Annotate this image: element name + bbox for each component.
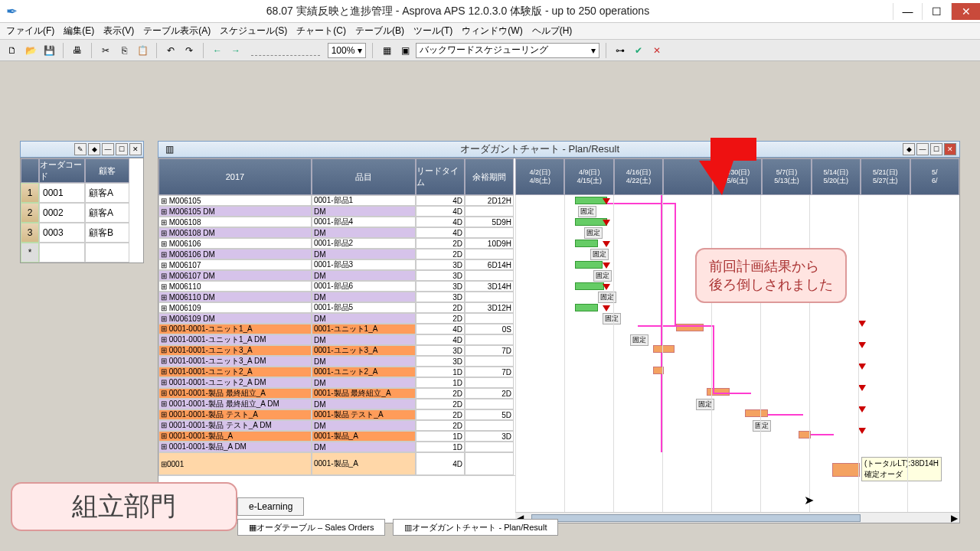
table-row[interactable]: ⊞ 0001-0001-製品_A DMDM1D (158, 442, 515, 452)
date-header: 5/14(日)5/20(土) (812, 158, 861, 195)
panel-min-icon[interactable]: — (102, 143, 114, 155)
panel-close-icon[interactable]: ✕ (129, 143, 142, 155)
paste-icon[interactable]: 📋 (135, 43, 150, 58)
zoom-select[interactable]: 100%▾ (328, 43, 366, 58)
maximize-button[interactable]: ☐ (922, 3, 951, 20)
table-row[interactable]: ⊞ M006109 DMDM2D (158, 313, 515, 324)
gantt-icon[interactable]: ▥ (162, 142, 177, 157)
table-row[interactable]: ⊞ M006106 DMDM2D (158, 249, 515, 259)
gp-close-icon[interactable]: ✕ (944, 143, 956, 155)
redo-icon[interactable]: ↷ (181, 43, 197, 58)
schedule-mode-select[interactable]: バックワードスケジューリング▾ (416, 43, 599, 58)
svg-marker-0 (699, 138, 756, 195)
minimize-button[interactable]: — (893, 3, 922, 20)
gp-max-icon[interactable]: ☐ (930, 143, 942, 155)
red-arrow-icon (688, 138, 756, 199)
tooltip: (トータルLT):38D14H 確定オーダ (861, 457, 942, 481)
table-row[interactable]: ⊞ 0001-0001-製品_A0001-製品_A1D3D (158, 431, 515, 442)
table-row[interactable]: ⊞ M0061080001-部品44D5D9H (158, 217, 515, 227)
app-icon: ✒ (0, 3, 23, 20)
table-row[interactable]: ⊞ M0061090001-部品52D3D12H (158, 302, 515, 313)
h-scrollbar[interactable]: ◀ ▶ (515, 512, 959, 523)
ruler (251, 45, 320, 56)
date-header: 5/7(日)5/13(土) (762, 158, 811, 195)
menu-item[interactable]: テーブル表示(A) (143, 24, 211, 37)
table-row[interactable]: ⊞ 0001-0001-ユニット1_A DMDM4D (158, 334, 515, 345)
menu-item[interactable]: ウィンドウ(W) (462, 24, 522, 37)
date-header: 5/6/ (910, 158, 959, 195)
print-icon[interactable]: 🖶 (70, 43, 85, 58)
tab-elearning[interactable]: e-Learning (237, 497, 304, 516)
doc-tab-orders[interactable]: ▦ オーダテーブル – Sales Orders (237, 519, 385, 536)
gantt-left-grid[interactable]: 2017 品目 リードタイム 余裕期間 ⊞ M0061050001-部品14D2… (158, 158, 515, 523)
table-row[interactable]: ⊞ 0001-0001-ユニット3_A DMDM3D (158, 356, 515, 367)
table-row[interactable]: ⊞ 0001-0001-ユニット2_A0001-ユニット2_A1D7D (158, 367, 515, 377)
panel-pin-icon[interactable]: ✎ (74, 143, 87, 155)
menu-item[interactable]: ヘルプ(H) (532, 24, 573, 37)
sched-icon2[interactable]: ▣ (397, 43, 413, 58)
new-icon[interactable]: 🗋 (5, 43, 20, 58)
save-icon[interactable]: 💾 (41, 43, 57, 58)
gp-gear-icon[interactable]: ◆ (903, 143, 915, 155)
menu-item[interactable]: 編集(E) (64, 24, 94, 37)
gantt-timeline[interactable]: 4/2(日)4/8(土)4/9(日)4/15(土)4/16(日)4/22(土)4… (515, 158, 959, 523)
date-header: 4/2(日)4/8(土) (515, 158, 564, 195)
gp-min-icon[interactable]: — (916, 143, 929, 155)
table-row[interactable]: ⊞ M006107 DMDM3D (158, 270, 515, 281)
menu-item[interactable]: ファイル(F) (6, 24, 54, 37)
check-icon[interactable]: ✔ (631, 43, 646, 58)
close-button[interactable]: ✕ (951, 3, 980, 20)
department-label: 組立部門 (11, 482, 237, 531)
table-row[interactable]: ⊞ 0001-0001-製品 テスト_A0001-製品 テスト_A2D5D (158, 409, 515, 420)
table-row[interactable]: ⊞ 0001-0001-ユニット1_A0001-ユニット1_A4D0S (158, 324, 515, 334)
gantt-title: オーダガントチャート - Plan/Result (177, 142, 903, 156)
table-row[interactable]: ⊞ M006105 DMDM4D (158, 206, 515, 217)
titlebar: ✒ 68.07 実績反映と進捗管理 - Asprova APS 12.0.3.0… (0, 0, 980, 23)
table-row[interactable]: ⊞ 0001-0001-製品 テスト_A DMDM2D (158, 420, 515, 431)
table-row[interactable]: 10001顧客A (21, 183, 143, 203)
table-row[interactable]: ⊞ 0001-0001-製品 最終組立_A DMDM2D (158, 399, 515, 409)
menu-item[interactable]: スケジュール(S) (220, 24, 287, 37)
sched-icon[interactable]: ▦ (379, 43, 394, 58)
date-header: 4/16(日)4/22(土) (614, 158, 663, 195)
callout: 前回計画結果から 後ろ倒しされました (695, 248, 847, 303)
table-row[interactable]: ⊞ 0001-0001-製品 最終組立_A0001-製品 最終組立_A2D2D (158, 388, 515, 399)
menu-item[interactable]: テーブル(B) (355, 24, 404, 37)
window-title: 68.07 実績反映と進捗管理 - Asprova APS 12.0.3.0 体… (23, 5, 893, 18)
forward-icon[interactable]: → (228, 43, 243, 58)
cursor-icon: ➤ (804, 493, 814, 507)
open-icon[interactable]: 📂 (23, 43, 38, 58)
table-row[interactable]: ⊞ M0061050001-部品14D2D12H (158, 195, 515, 206)
date-header: 5/21(日)5/27(土) (861, 158, 910, 195)
table-row[interactable]: ⊞ 0001-0001-ユニット3_A0001-ユニット3_A3D7D (158, 345, 515, 356)
table-row[interactable]: ⊞ 0001-0001-ユニット2_A DMDM1D (158, 377, 515, 388)
table-row[interactable]: ⊞ M0061100001-部品63D3D14H (158, 281, 515, 292)
date-header: 4/9(日)4/15(土) (564, 158, 613, 195)
doc-tab-gantt[interactable]: ▥ オーダガントチャート - Plan/Result (393, 519, 558, 536)
order-table[interactable]: オーダコード 顧客 10001顧客A20002顧客A30003顧客B * (20, 158, 144, 263)
panel-max-icon[interactable]: ☐ (116, 143, 128, 155)
order-panel: ✎ ◆ — ☐ ✕ オーダコード 顧客 10001顧客A20002顧客A3000… (20, 141, 144, 263)
table-row[interactable]: ⊞ M0061070001-部品33D6D14H (158, 259, 515, 270)
toolbar: 🗋 📂 💾 🖶 ✂ ⎘ 📋 ↶ ↷ ← → 100%▾ ▦ ▣ バックワードスケ… (0, 40, 980, 61)
back-icon[interactable]: ← (210, 43, 225, 58)
panel-gear-icon[interactable]: ◆ (88, 143, 100, 155)
link-icon[interactable]: ⊶ (612, 43, 628, 58)
menu-item[interactable]: ツール(T) (413, 24, 452, 37)
table-row[interactable]: ⊞ M0061060001-部品22D10D9H (158, 238, 515, 249)
menubar: ファイル(F)編集(E)表示(V)テーブル表示(A)スケジュール(S)チャート(… (0, 23, 980, 40)
table-row[interactable]: 20002顧客A (21, 203, 143, 223)
cut-icon[interactable]: ✂ (98, 43, 113, 58)
copy-icon[interactable]: ⎘ (116, 43, 132, 58)
menu-item[interactable]: 表示(V) (103, 24, 134, 37)
table-row[interactable]: ⊞ M006110 DMDM3D (158, 292, 515, 302)
table-row[interactable]: ⊞ M006108 DMDM4D (158, 227, 515, 238)
menu-item[interactable]: チャート(C) (296, 24, 346, 37)
x-icon[interactable]: ✕ (649, 43, 665, 58)
table-row[interactable]: 30003顧客B (21, 223, 143, 243)
undo-icon[interactable]: ↶ (163, 43, 178, 58)
gantt-panel: ▥ オーダガントチャート - Plan/Result ◆ — ☐ ✕ 2017 … (158, 141, 960, 523)
